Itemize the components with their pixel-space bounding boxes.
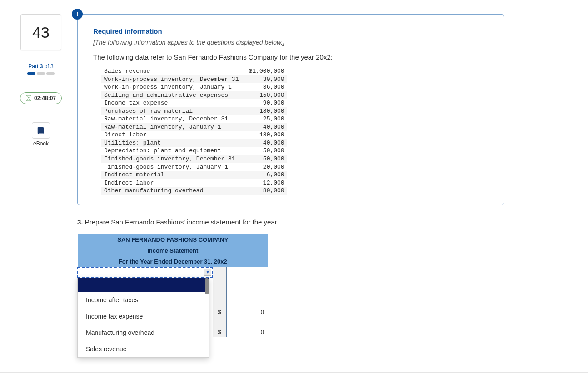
- question-number: 3.: [77, 218, 83, 226]
- reference-data-label: Selling and administrative expenses: [101, 91, 241, 100]
- reference-data-label: Utilities: plant: [101, 139, 241, 147]
- reference-data-label: Sales revenue: [101, 67, 241, 75]
- dropdown-option-blank[interactable]: [78, 278, 209, 292]
- reference-data-row: Utilities: plant40,000: [101, 139, 287, 147]
- amount-currency-cell[interactable]: [213, 277, 226, 287]
- reference-data-label: Raw-material inventory, December 31: [101, 115, 241, 123]
- required-info-title: Required information: [93, 27, 488, 35]
- reference-data-row: Work-in-process inventory, December 3130…: [101, 75, 287, 84]
- answer-header-period: For the Year Ended December 31, 20x2: [78, 256, 268, 267]
- intro-text: The following data refer to San Fernando…: [93, 53, 488, 61]
- reference-data-label: Work-in-process inventory, December 31: [101, 75, 241, 84]
- amount-computed-cell: 0: [226, 327, 268, 337]
- line-item-dropdown[interactable]: Income after taxes Income tax expense Ma…: [77, 278, 209, 358]
- reference-data-value: 30,000: [241, 75, 287, 84]
- reference-data-label: Indirect labor: [101, 179, 241, 187]
- amount-currency-cell[interactable]: [213, 317, 226, 327]
- book-icon: [32, 122, 50, 139]
- question-number-box: 43: [20, 14, 61, 50]
- amount-input-cell[interactable]: [226, 297, 268, 307]
- reference-data-value: 180,000: [241, 107, 287, 115]
- question-text: Prepare San Fernando Fashions' income st…: [83, 218, 279, 226]
- amount-currency-cell: $: [213, 307, 226, 317]
- reference-data-label: Finished-goods inventory, December 31: [101, 155, 241, 163]
- reference-data-row: Sales revenue$1,000,000: [101, 67, 287, 75]
- reference-data-value: 40,000: [241, 139, 287, 147]
- part-indicator: Part 3 of 3: [28, 63, 53, 70]
- timer-pill[interactable]: 02:48:07: [20, 92, 62, 104]
- dropdown-option[interactable]: Income after taxes: [78, 292, 209, 308]
- timer-value: 02:48:07: [34, 95, 56, 101]
- reference-data-label: Other manufacturing overhead: [101, 187, 241, 195]
- line-item-select-active[interactable]: ▼: [78, 267, 213, 277]
- svg-rect-0: [39, 133, 43, 134]
- reference-data-label: Work-in-process inventory, January 1: [101, 83, 241, 91]
- ebook-label: eBook: [33, 140, 49, 147]
- part-total: of 3: [43, 63, 53, 70]
- divider: [20, 84, 61, 84]
- reference-data-row: Indirect labor12,000: [101, 179, 287, 187]
- reference-data-value: 180,000: [241, 131, 287, 139]
- progress-segment: [46, 72, 55, 75]
- reference-data-row: Depreciation: plant and equipment50,000: [101, 147, 287, 155]
- reference-data-row: Selling and administrative expenses150,0…: [101, 91, 287, 100]
- reference-data-value: 90,000: [241, 99, 287, 107]
- amount-currency-cell[interactable]: [213, 287, 226, 297]
- progress-segment: [27, 72, 35, 75]
- dropdown-option[interactable]: Manufacturing overhead: [78, 324, 209, 341]
- dropdown-option[interactable]: Sales revenue: [78, 341, 209, 357]
- hourglass-icon: [26, 95, 31, 101]
- reference-data-value: 20,000: [241, 163, 287, 171]
- amount-currency-cell[interactable]: [213, 267, 226, 277]
- chevron-down-icon[interactable]: ▼: [204, 269, 211, 276]
- reference-data-row: Finished-goods inventory, December 3150,…: [101, 155, 287, 163]
- part-progress: [27, 72, 55, 75]
- reference-data-value: 50,000: [241, 147, 287, 155]
- reference-data-value: 25,000: [241, 115, 287, 123]
- reference-data-table: Sales revenue$1,000,000Work-in-process i…: [101, 67, 287, 195]
- reference-data-value: 36,000: [241, 83, 287, 91]
- amount-input-cell[interactable]: [226, 317, 268, 327]
- reference-data-value: 6,000: [241, 171, 287, 179]
- reference-data-label: Purchases of raw material: [101, 107, 241, 115]
- reference-data-label: Income tax expense: [101, 99, 241, 107]
- answer-header-company: SAN FERNANDO FASHIONS COMPANY: [78, 234, 268, 245]
- reference-data-label: Direct labor: [101, 131, 241, 139]
- part-prefix: Part: [28, 63, 40, 70]
- dropdown-option[interactable]: Income tax expense: [78, 308, 209, 324]
- amount-input-cell[interactable]: [226, 287, 268, 297]
- amount-computed-cell: 0: [226, 307, 268, 317]
- reference-data-value: 12,000: [241, 179, 287, 187]
- reference-data-value: $1,000,000: [241, 67, 287, 75]
- applies-note: [The following information applies to th…: [93, 39, 488, 46]
- reference-data-value: 150,000: [241, 91, 287, 100]
- progress-segment: [37, 72, 45, 75]
- amount-input-cell[interactable]: [226, 277, 268, 287]
- ebook-button[interactable]: eBook: [32, 122, 50, 147]
- reference-data-row: Finished-goods inventory, January 120,00…: [101, 163, 287, 171]
- amount-currency-cell: $: [213, 327, 226, 337]
- reference-data-label: Indirect material: [101, 171, 241, 179]
- required-info-card: Required information [The following info…: [77, 14, 504, 205]
- reference-data-value: 50,000: [241, 155, 287, 163]
- amount-currency-cell[interactable]: [213, 297, 226, 307]
- reference-data-row: Indirect material6,000: [101, 171, 287, 179]
- reference-data-label: Raw-material inventory, January 1: [101, 123, 241, 131]
- reference-data-label: Finished-goods inventory, January 1: [101, 163, 241, 171]
- reference-data-row: Purchases of raw material180,000: [101, 107, 287, 115]
- reference-data-value: 40,000: [241, 123, 287, 131]
- reference-data-row: Direct labor180,000: [101, 131, 287, 139]
- reference-data-row: Income tax expense90,000: [101, 99, 287, 107]
- reference-data-row: Work-in-process inventory, January 136,0…: [101, 83, 287, 91]
- reference-data-row: Raw-material inventory, January 140,000: [101, 123, 287, 131]
- reference-data-value: 80,000: [241, 187, 287, 195]
- reference-data-row: Other manufacturing overhead80,000: [101, 187, 287, 195]
- scrollbar[interactable]: [205, 278, 209, 294]
- question-prompt: 3. Prepare San Fernando Fashions' income…: [77, 218, 570, 226]
- amount-input-cell[interactable]: [226, 267, 268, 277]
- answer-header-statement: Income Statement: [78, 245, 268, 256]
- reference-data-row: Raw-material inventory, December 3125,00…: [101, 115, 287, 123]
- reference-data-label: Depreciation: plant and equipment: [101, 147, 241, 155]
- info-badge-icon: !: [72, 9, 83, 20]
